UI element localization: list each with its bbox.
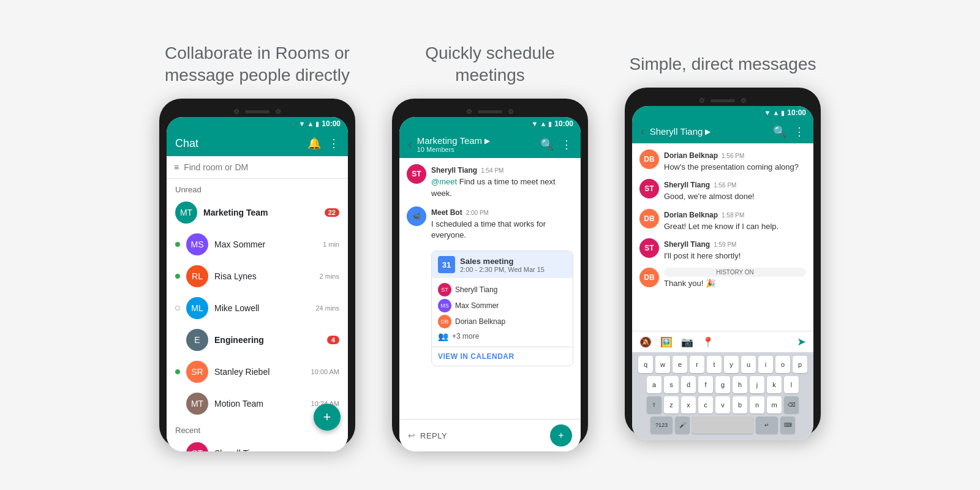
bell-icon[interactable]: 🔔 (307, 137, 321, 150)
key-j[interactable]: j (750, 376, 764, 393)
key-n[interactable]: n (750, 396, 764, 413)
key-p[interactable]: p (793, 356, 807, 373)
key-q[interactable]: q (638, 356, 653, 373)
avatar: MT (175, 202, 197, 224)
wifi-icon-3: ▼ (764, 109, 771, 116)
list-item[interactable]: ST Sheryll Tiang (167, 437, 348, 451)
search-icon-3[interactable]: 🔍 (773, 125, 786, 138)
reply-bar: ↩ REPLY + (399, 419, 581, 451)
avatar: ML (186, 297, 208, 319)
key-o[interactable]: o (775, 356, 790, 373)
key-v[interactable]: v (715, 396, 730, 413)
status-bar-1: ▼ ▲ ▮ 10:00 (167, 117, 348, 130)
key-r[interactable]: r (690, 356, 704, 373)
numbers-key[interactable]: ?123 (650, 417, 673, 434)
msg-time: 1:56 PM (722, 153, 744, 159)
back-button-3[interactable]: ‹ (641, 124, 645, 138)
time-1: 10:00 (322, 119, 341, 128)
avatar: SR (186, 361, 208, 383)
location-icon[interactable]: 📍 (702, 336, 714, 348)
keyboard: q w e r t y u i o p a s d f g h (632, 352, 813, 440)
badge: 4 (327, 336, 339, 344)
key-t[interactable]: t (707, 356, 722, 373)
msg-sender: Sheryll Tiang (664, 181, 710, 189)
chat-name: Marketing Team (203, 208, 268, 217)
key-w[interactable]: w (655, 356, 670, 373)
key-x[interactable]: x (681, 396, 696, 413)
key-z[interactable]: z (664, 396, 679, 413)
key-l[interactable]: l (784, 376, 799, 393)
msg-text: Great! Let me know if I can help. (664, 221, 806, 232)
message-row: ST Sheryll Tiang1:56 PM Good, we're almo… (639, 179, 806, 202)
search-input-1[interactable] (184, 162, 341, 172)
image-icon[interactable]: 🖼️ (660, 336, 673, 348)
calendar-icon: 31 (438, 256, 455, 273)
send-icon[interactable]: ➤ (797, 335, 806, 349)
msg-sender: Sheryll Tiang (664, 240, 710, 249)
more-icon-3[interactable]: ⋮ (794, 125, 805, 138)
wifi-icon-2: ▼ (532, 120, 538, 127)
key-u[interactable]: u (741, 356, 756, 373)
reply-label[interactable]: REPLY (420, 431, 447, 440)
time-2: 10:00 (554, 119, 573, 128)
list-item[interactable]: MT Marketing Team 22 (167, 197, 348, 228)
alarm-off-icon[interactable]: 🔕 (639, 336, 652, 348)
battery-icon-3: ▮ (781, 109, 785, 117)
keyboard-hide-key[interactable]: ⌨ (780, 417, 795, 434)
key-k[interactable]: k (767, 376, 782, 393)
search-icon-2[interactable]: 🔍 (540, 138, 554, 151)
key-e[interactable]: e (673, 356, 687, 373)
view-calendar-button[interactable]: VIEW IN CALENDAR (432, 347, 573, 366)
filter-icon: ≡ (174, 162, 179, 172)
meetbot-avatar: 📹 (407, 206, 426, 226)
app-title-2: Marketing Team (417, 135, 482, 146)
msg-time: 1:56 PM (714, 182, 736, 189)
chevron-right-icon: ▶ (484, 137, 490, 145)
key-b[interactable]: b (733, 396, 747, 413)
history-badge: HISTORY ON (664, 268, 806, 277)
key-d[interactable]: d (681, 376, 696, 393)
key-a[interactable]: a (647, 376, 662, 393)
key-y[interactable]: y (724, 356, 739, 373)
attendee-name: Sheryll Tiang (455, 285, 497, 294)
message-row: ST Sheryll Tiang1:59 PM I'll post it her… (639, 238, 806, 262)
dm-messages-area: DB Dorian Belknap1:56 PM How's the prese… (632, 143, 813, 331)
list-item[interactable]: E Engineering 4 (167, 324, 348, 356)
list-item[interactable]: ML Mike Lowell 24 mins (167, 292, 348, 324)
key-f[interactable]: f (698, 376, 713, 393)
camera-icon[interactable]: 📷 (681, 336, 693, 348)
back-button-2[interactable]: ‹ (408, 137, 412, 151)
message-row: DB Dorian Belknap1:56 PM How's the prese… (639, 149, 806, 173)
key-c[interactable]: c (698, 396, 713, 413)
key-s[interactable]: s (664, 376, 679, 393)
phone-3: ▼ ▲ ▮ 10:00 ‹ Sheryll Tiang ▶ 🔍 ⋮ (625, 88, 821, 437)
list-item[interactable]: SR Stanley Riebel 10:00 AM (167, 356, 348, 388)
status-bar-2: ▼ ▲ ▮ 10:00 (399, 117, 581, 130)
key-i[interactable]: i (758, 356, 773, 373)
key-h[interactable]: h (733, 376, 747, 393)
msg-sender: Dorian Belknap (664, 151, 718, 160)
backspace-key[interactable]: ⌫ (784, 396, 799, 413)
avatar: RL (186, 265, 208, 287)
return-key[interactable]: ↵ (756, 417, 778, 434)
more-icon-1[interactable]: ⋮ (328, 137, 339, 150)
mic-key[interactable]: 🎤 (675, 417, 690, 434)
list-item[interactable]: RL Risa Lynes 2 mins (167, 260, 348, 292)
fab-2[interactable]: + (550, 424, 572, 447)
attendee-row: DB Dorian Belknap (438, 314, 567, 330)
section-2-title: Quickly schedule meetings (392, 42, 588, 87)
key-m[interactable]: m (767, 396, 782, 413)
more-icon-2[interactable]: ⋮ (561, 138, 572, 151)
meet-title: Sales meeting (460, 257, 545, 266)
chat-name: Risa Lynes (214, 271, 257, 281)
status-bar-3: ▼ ▲ ▮ 10:00 (632, 106, 813, 119)
shift-key[interactable]: ⇧ (647, 396, 662, 413)
space-key[interactable] (692, 417, 753, 434)
app-subtitle-2: 10 Members (417, 146, 540, 153)
chat-name: Mike Lowell (214, 303, 259, 313)
avatar: ST (438, 283, 451, 296)
list-item[interactable]: MS Max Sommer 1 min (167, 228, 348, 260)
avatar: ST (639, 179, 659, 198)
search-bar-1[interactable]: ≡ (167, 156, 348, 179)
key-g[interactable]: g (715, 376, 730, 393)
